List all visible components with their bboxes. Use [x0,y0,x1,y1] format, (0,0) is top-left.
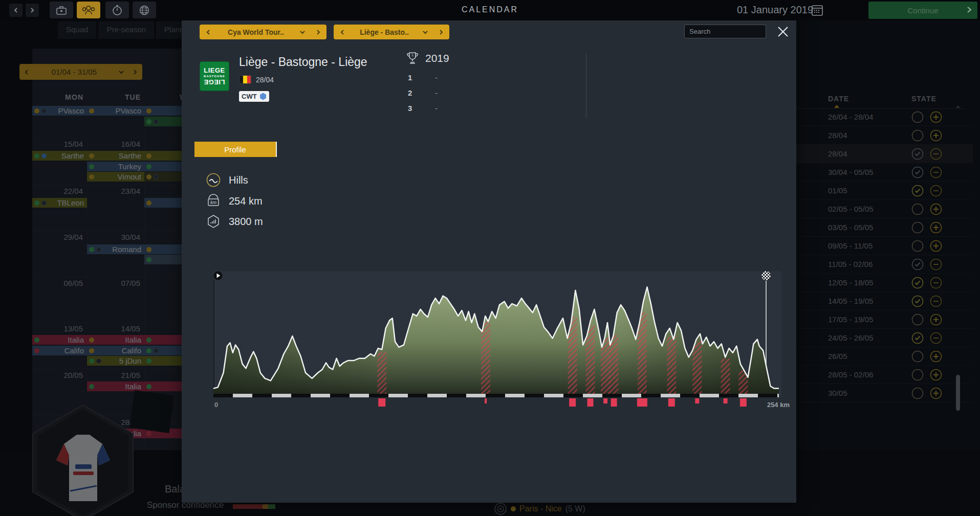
standing-row: 2- [408,88,412,97]
belgium-flag-icon [239,75,251,84]
logo-line: BASTOGNE [204,75,225,78]
chevron-left-icon[interactable] [334,29,351,35]
chart-x-start-label: 0 [214,401,218,409]
chevron-down-icon[interactable] [295,29,310,35]
chevron-down-icon[interactable] [418,29,433,35]
logo-line: LIEGE [204,66,225,74]
profile-chart-svg: 0 254 km [213,271,792,419]
hills-icon [206,173,221,187]
standing-row: 3- [408,104,412,113]
race-dropdown[interactable]: Liège - Basto.. [334,25,449,39]
elevation-stat: 3800 m [206,214,263,229]
svg-text:km: km [210,200,217,205]
close-button[interactable] [774,23,792,40]
chevron-left-icon[interactable] [200,29,217,35]
app-screen: { "colors":{"accent":"#d7a31c","continue… [0,0,980,516]
chevron-right-icon [966,6,972,15]
elevation-icon [206,214,221,229]
search-input[interactable] [684,25,766,38]
continue-label: Continue [907,6,938,15]
elevation-profile-chart: 0 254 km [213,271,792,419]
race-dropdown-label: Liège - Basto.. [351,28,418,36]
race-details-modal: Cya World Tour.. Liège - Basto.. LIEGE B… [182,20,796,503]
divider [586,53,586,119]
standing-row: 1- [408,73,412,82]
division-dropdown[interactable]: Cya World Tour.. [200,25,326,39]
close-icon [776,25,790,39]
race-title: Liège - Bastogne - Liège [239,55,367,69]
svg-text:1: 1 [411,53,413,57]
terrain-value: Hills [229,174,248,186]
chevron-right-icon[interactable] [433,29,449,35]
season-year: 2019 [425,52,449,64]
chart-x-end-label: 254 km [767,401,790,409]
game-date: 01 January 2019 [737,4,813,16]
division-code: CWT [242,93,257,100]
distance-bar [213,394,779,397]
terrain-stat: Hills [206,173,248,187]
shield-icon [259,93,267,100]
trophy-icon: 1 [406,51,419,65]
start-marker-icon[interactable] [214,272,223,280]
race-logo: LIEGE BASTOGNE LIEGE [200,61,229,91]
division-badge: CWT [239,91,269,102]
elevation-value: 3800 m [229,216,263,228]
continue-button[interactable]: Continue [868,2,977,19]
page-title: CALENDAR [0,5,980,14]
distance-stat: km 254 km [206,194,263,208]
finish-marker-icon[interactable] [761,271,771,281]
distance-icon: km [206,194,221,208]
division-dropdown-label: Cya World Tour.. [217,28,295,36]
distance-value: 254 km [229,195,263,207]
chevron-right-icon[interactable] [310,29,326,35]
calendar-icon[interactable] [811,4,824,19]
race-date: 28/04 [256,76,274,84]
logo-line: LIEGE [204,78,225,86]
top-bar: CALENDAR 01 January 2019 Continue [0,0,980,20]
tab-profile[interactable]: Profile [194,142,277,157]
